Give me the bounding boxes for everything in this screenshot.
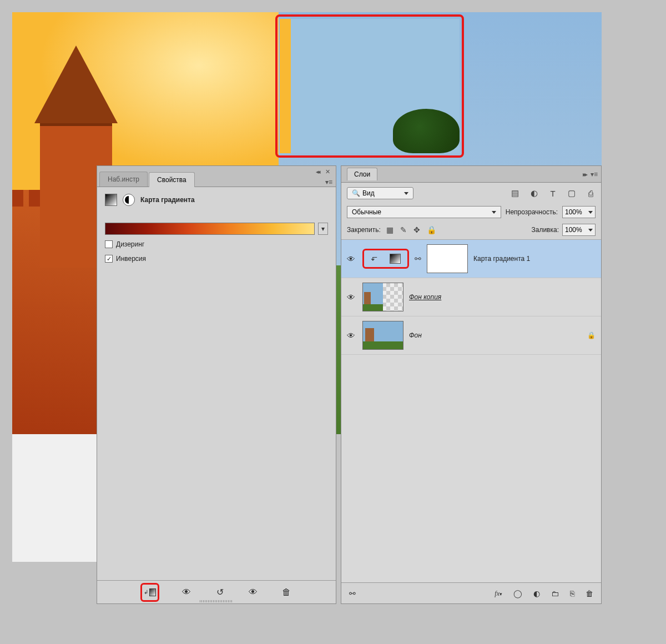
filter-pixel-icon[interactable]: ▤ <box>510 188 520 198</box>
layer-thumb[interactable] <box>362 321 403 350</box>
lock-transparency-icon[interactable]: ▦ <box>386 225 393 234</box>
opacity-value: 100% <box>565 208 582 216</box>
properties-tabs: Наб.инстр Свойства ◂◂ ✕ ▾≡ <box>97 166 336 187</box>
inversion-row: ✓ Инверсия <box>97 249 336 264</box>
layers-menu-icon[interactable]: ▾≡ <box>591 170 598 178</box>
clip-indicator-icon: ↳ <box>370 255 379 262</box>
expand-icon[interactable]: ▸▸ <box>583 170 586 178</box>
inversion-label: Инверсия <box>116 255 146 263</box>
filter-text-icon[interactable]: T <box>548 189 558 198</box>
collapse-icon[interactable]: ◂◂ <box>316 168 319 175</box>
fill-input[interactable]: 100% <box>562 224 596 236</box>
lock-row: Закрепить: ▦ ✎ ✥ 🔒 Заливка: 100% <box>341 220 601 240</box>
layer-thumb[interactable] <box>362 283 403 311</box>
chevron-down-icon <box>588 211 593 214</box>
link-mask-icon[interactable]: ⚯ <box>415 254 421 263</box>
tab-layers[interactable]: Слои <box>347 168 377 180</box>
panel-grip-icon[interactable] <box>200 600 233 602</box>
new-group-button[interactable]: 🗀 <box>551 589 559 598</box>
clip-button-highlight: ↲ <box>140 583 159 602</box>
gradient-editor-row: ▾ <box>97 223 336 235</box>
filter-shape-icon[interactable]: ▢ <box>567 188 577 198</box>
gradient-preview-bar[interactable] <box>105 223 315 235</box>
chevron-down-icon <box>588 229 593 232</box>
lock-position-icon[interactable]: ✥ <box>413 225 420 234</box>
layer-mask-thumb[interactable] <box>427 244 468 273</box>
opacity-input[interactable]: 100% <box>562 206 596 218</box>
blend-mode-value: Обычные <box>352 208 381 216</box>
canvas-pasteboard <box>12 434 97 562</box>
properties-header: Карта градиента <box>97 187 336 213</box>
layers-filter-row: 🔍 Вид ▤ ◐ T ▢ ⎙ <box>341 183 601 204</box>
properties-footer: ↲ 👁 ↺ 👁 🗑 <box>97 580 336 603</box>
reset-button[interactable]: ↺ <box>214 586 226 598</box>
visibility-toggle[interactable]: 👁 <box>347 293 357 302</box>
visibility-toggle[interactable]: 👁 <box>347 254 357 264</box>
filter-adjust-icon[interactable]: ◐ <box>529 188 539 198</box>
fill-label: Заливка: <box>531 226 559 234</box>
blend-mode-row: Обычные Непрозрачность: 100% <box>341 204 601 220</box>
view-previous-button[interactable]: 👁 <box>180 586 193 598</box>
toggle-visibility-button[interactable]: 👁 <box>247 586 259 598</box>
layer-fx-button[interactable]: fx▾ <box>495 588 502 598</box>
layers-panel: Слои ▸▸ ▾≡ 🔍 Вид ▤ ◐ T ▢ ⎙ Обычные Непро… <box>341 165 602 604</box>
panel-menu-icon[interactable]: ▾≡ <box>325 178 332 186</box>
inversion-checkbox[interactable]: ✓ <box>105 255 113 263</box>
filter-smart-icon[interactable]: ⎙ <box>586 189 596 198</box>
dithering-checkbox[interactable] <box>105 240 113 248</box>
delete-layer-button[interactable]: 🗑 <box>586 589 593 598</box>
opacity-label: Непрозрачность: <box>506 208 558 216</box>
layer-name[interactable]: Фон <box>409 331 422 339</box>
filter-type-dropdown[interactable]: 🔍 Вид <box>347 187 413 199</box>
preview-highlight-box <box>275 14 464 158</box>
clip-square-icon <box>149 588 156 596</box>
lock-pixels-icon[interactable]: ✎ <box>400 225 407 234</box>
mask-icon[interactable] <box>123 194 135 206</box>
dithering-label: Дизеринг <box>116 240 144 248</box>
new-layer-button[interactable]: ⎘ <box>570 589 574 598</box>
layers-footer: ⚯ fx▾ ◯ ◐ 🗀 ⎘ 🗑 <box>341 582 601 603</box>
filter-type-label: Вид <box>362 189 375 197</box>
locked-icon: 🔒 <box>587 331 596 339</box>
dithering-row: Дизеринг <box>97 235 336 249</box>
tab-tool-presets[interactable]: Наб.инстр <box>99 172 148 187</box>
delete-adjustment-button[interactable]: 🗑 <box>280 586 292 598</box>
adjustment-highlight-box: ↳ <box>362 249 409 269</box>
properties-title: Карта градиента <box>140 196 195 204</box>
close-icon[interactable]: ✕ <box>325 168 330 175</box>
gradient-map-icon[interactable] <box>105 194 117 206</box>
layer-name[interactable]: Фон копия <box>409 293 441 301</box>
layer-name[interactable]: Карта градиента 1 <box>473 255 530 263</box>
search-icon: 🔍 <box>352 189 360 197</box>
layer-row-background[interactable]: 👁 Фон 🔒 <box>341 316 601 355</box>
gradient-dropdown-button[interactable]: ▾ <box>318 223 328 235</box>
layer-row-background-copy[interactable]: 👁 Фон копия <box>341 278 601 316</box>
filter-kind-icons: ▤ ◐ T ▢ ⎙ <box>510 188 596 198</box>
layers-header: Слои ▸▸ ▾≡ <box>341 166 601 183</box>
blend-mode-dropdown[interactable]: Обычные <box>347 206 501 218</box>
gradient-map-thumb-icon <box>390 254 401 264</box>
lock-label: Закрепить: <box>347 226 381 234</box>
clip-icon: ↲ <box>144 589 148 595</box>
chevron-down-icon <box>492 211 496 214</box>
properties-panel: Наб.инстр Свойства ◂◂ ✕ ▾≡ Карта градиен… <box>97 165 336 604</box>
preview-region <box>280 19 460 153</box>
add-mask-button[interactable]: ◯ <box>513 589 522 598</box>
clip-to-layer-button[interactable]: ↲ <box>144 586 156 598</box>
link-layers-button[interactable]: ⚯ <box>349 589 356 598</box>
layer-row-gradient-map[interactable]: 👁 ↳ ⚯ Карта градиента 1 <box>341 240 601 278</box>
new-adjustment-button[interactable]: ◐ <box>533 589 540 598</box>
fill-value: 100% <box>565 226 582 234</box>
visibility-toggle[interactable]: 👁 <box>347 331 357 340</box>
lock-all-icon[interactable]: 🔒 <box>427 225 436 234</box>
layer-list: 👁 ↳ ⚯ Карта градиента 1 👁 Фон копия 👁 <box>341 240 601 582</box>
tab-properties[interactable]: Свойства <box>149 172 195 187</box>
chevron-down-icon <box>404 192 408 195</box>
